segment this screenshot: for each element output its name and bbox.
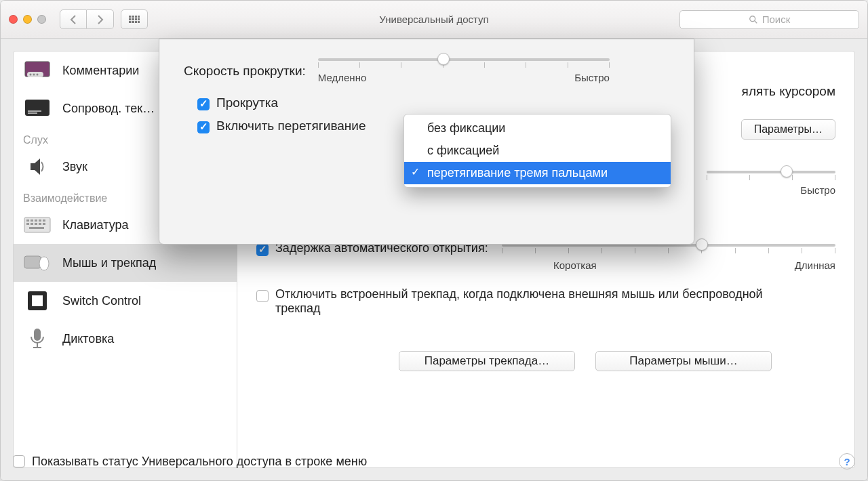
drag-mode-dropdown: без фиксации с фиксацией перетягивание т…	[403, 114, 671, 188]
delay-row: Задержка автоматического открытия: Корот…	[256, 241, 835, 271]
keyboard-icon	[23, 214, 52, 236]
svg-rect-11	[26, 219, 29, 222]
delay-short-label: Короткая	[553, 259, 597, 271]
sidebar-label: Сопровод. тек…	[62, 102, 155, 116]
svg-point-4	[30, 74, 32, 76]
status-checkbox[interactable]	[13, 455, 25, 467]
scroll-checkbox[interactable]	[197, 98, 210, 110]
dropdown-item-selected[interactable]: перетягивание тремя пальцами	[404, 162, 671, 184]
svg-rect-15	[43, 219, 45, 222]
sidebar-item-dictation[interactable]: Диктовка	[14, 320, 237, 358]
svg-rect-26	[34, 329, 41, 341]
show-all-button[interactable]	[121, 9, 148, 29]
preference-window: Универсальный доступ Поиск Комментарии С…	[0, 0, 868, 481]
disable-trackpad-label: Отключить встроенный трекпад, когда подк…	[275, 287, 764, 316]
drag-checkbox[interactable]	[197, 121, 210, 133]
sidebar-label: Мышь и трекпад	[62, 256, 156, 270]
close-icon[interactable]	[9, 15, 18, 24]
svg-point-6	[37, 74, 39, 76]
window-controls	[9, 15, 46, 24]
svg-rect-8	[28, 110, 41, 112]
window-title: Универсальный доступ	[379, 14, 488, 25]
sidebar-item-switch[interactable]: Switch Control	[14, 282, 237, 320]
sidebar-item-mouse[interactable]: Мышь и трекпад	[14, 244, 237, 282]
slider-fast-label: Быстро	[800, 184, 835, 196]
disable-trackpad-row: Отключить встроенный трекпад, когда подк…	[256, 287, 835, 316]
svg-point-23	[39, 257, 49, 270]
delay-long-label: Длинная	[795, 259, 835, 271]
svg-rect-16	[26, 223, 29, 225]
sidebar-label: Диктовка	[62, 332, 114, 346]
disable-trackpad-checkbox[interactable]	[256, 290, 269, 302]
dropdown-item[interactable]: с фиксацией	[404, 140, 671, 162]
svg-rect-22	[24, 256, 41, 268]
svg-rect-17	[31, 223, 33, 225]
dropdown-item[interactable]: без фиксации	[404, 117, 671, 140]
speed-slider-partial[interactable]: Быстро	[707, 171, 835, 196]
back-button[interactable]	[60, 9, 87, 29]
subtitles-icon	[23, 98, 52, 119]
options-button[interactable]: Параметры…	[741, 119, 835, 140]
maximize-icon	[37, 15, 46, 24]
svg-rect-18	[35, 223, 37, 225]
mouse-params-button[interactable]: Параметры мыши…	[595, 351, 772, 371]
grid-icon	[129, 16, 140, 24]
help-button[interactable]: ?	[839, 453, 855, 469]
comments-icon	[23, 60, 52, 81]
svg-rect-21	[29, 227, 44, 229]
drag-label: Включить перетягивание	[216, 119, 366, 133]
svg-rect-14	[39, 219, 41, 222]
svg-line-1	[754, 20, 757, 23]
sidebar-label: Клавиатура	[62, 218, 129, 232]
fast-label: Быстро	[574, 72, 610, 83]
sidebar-label: Комментарии	[62, 64, 139, 78]
slow-label: Медленно	[318, 72, 366, 83]
svg-point-5	[33, 74, 35, 76]
scroll-speed-row: Скорость прокрутки: МедленноБыстро	[184, 58, 669, 83]
svg-rect-9	[28, 112, 37, 114]
svg-rect-19	[39, 223, 41, 225]
scroll-speed-slider[interactable]: МедленноБыстро	[318, 58, 610, 83]
svg-rect-25	[32, 295, 43, 306]
forward-button[interactable]	[87, 9, 114, 29]
status-label: Показывать статус Универсального доступа…	[32, 455, 367, 469]
search-placeholder: Поиск	[762, 14, 791, 25]
trackpad-params-button[interactable]: Параметры трекпада…	[399, 351, 575, 371]
footer-row: Показывать статус Универсального доступа…	[13, 453, 855, 469]
scroll-label: Прокрутка	[216, 96, 278, 110]
minimize-icon[interactable]	[23, 15, 32, 24]
sidebar-label: Звук	[62, 160, 87, 174]
mic-icon	[23, 328, 52, 350]
mouse-icon	[23, 252, 52, 274]
search-icon	[749, 15, 758, 24]
scroll-speed-label: Скорость прокрутки:	[184, 64, 306, 79]
delay-slider[interactable]	[502, 244, 835, 253]
switch-icon	[23, 290, 52, 312]
titlebar: Универсальный доступ Поиск	[1, 1, 867, 39]
params-buttons: Параметры трекпада… Параметры мыши…	[399, 351, 835, 371]
svg-rect-13	[35, 219, 37, 222]
sound-icon	[23, 156, 52, 177]
svg-point-0	[749, 16, 755, 21]
svg-rect-12	[31, 219, 33, 222]
svg-rect-20	[43, 223, 45, 225]
search-input[interactable]: Поиск	[679, 10, 859, 29]
sidebar-label: Switch Control	[62, 294, 141, 308]
nav-buttons	[60, 9, 114, 29]
scroll-checkbox-row: Прокрутка	[197, 96, 669, 110]
delay-checkbox[interactable]	[256, 244, 269, 256]
cursor-heading-partial: ялять курсором	[742, 84, 835, 99]
